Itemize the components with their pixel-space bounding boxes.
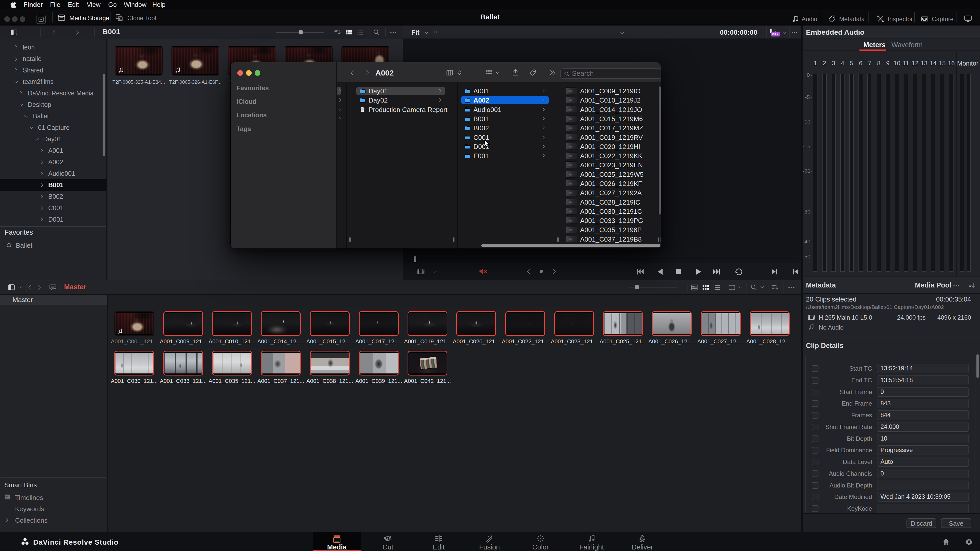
metadata-view-icon[interactable] <box>690 283 699 292</box>
traffic-minimize[interactable] <box>246 70 251 76</box>
bin-row-master[interactable]: Master <box>0 295 107 305</box>
field-value-box[interactable]: 13:52:54:18 <box>877 375 969 385</box>
save-button[interactable]: Save <box>941 518 971 528</box>
finder-search-field[interactable] <box>560 68 661 79</box>
page-tab-fusion[interactable]: Fusion <box>466 532 514 551</box>
page-tab-deliver[interactable]: Deliver <box>618 532 667 551</box>
finder-view-icon[interactable] <box>446 69 453 76</box>
smart-filter-icon[interactable] <box>49 283 57 291</box>
sidebar-item-natalie[interactable]: natalie <box>0 53 107 65</box>
pool-clip-card[interactable] <box>310 311 350 336</box>
menu-item-help[interactable]: Help <box>152 1 165 8</box>
pool-clip-card[interactable] <box>212 351 252 375</box>
clip-mode-chevron-icon[interactable] <box>431 269 437 275</box>
pool-back-icon[interactable] <box>26 284 33 291</box>
list-view-icon[interactable] <box>356 28 364 36</box>
finder-forward-icon[interactable] <box>364 69 371 76</box>
tree-expand-icon[interactable] <box>18 102 24 108</box>
tree-expand-icon[interactable] <box>34 136 40 142</box>
sidebar-item-leon[interactable]: leon <box>0 41 107 53</box>
sidebar-item-audio001[interactable]: Audio001 <box>0 168 107 179</box>
pool-clip-card[interactable] <box>359 351 399 375</box>
grid-view-icon[interactable] <box>345 28 353 36</box>
next-clip-icon[interactable] <box>770 267 779 276</box>
fit-chevron-icon[interactable] <box>424 30 429 35</box>
pool-sort-icon[interactable] <box>771 283 780 292</box>
finder-more-icon[interactable] <box>549 69 556 76</box>
tree-expand-icon[interactable] <box>39 182 45 188</box>
play-icon[interactable] <box>694 267 703 276</box>
finder-file-row[interactable]: A001_C015_1219M6 <box>566 115 658 123</box>
pool-clip-card[interactable] <box>407 311 447 336</box>
go-to-start-icon[interactable] <box>635 267 645 276</box>
field-checkbox[interactable] <box>812 459 818 465</box>
search-chevron-icon[interactable] <box>759 284 765 290</box>
sidebar-item-team2films[interactable]: team2films <box>0 76 107 87</box>
pool-clip-card[interactable] <box>261 351 301 375</box>
traffic-zoom[interactable] <box>255 70 260 76</box>
field-value-box[interactable]: 13:52:19:14 <box>877 364 969 373</box>
finder-file-row[interactable]: A001_C028_1219IC <box>566 198 658 206</box>
finder-file-row[interactable]: A001_C027_12192A <box>566 189 658 197</box>
field-value-box[interactable]: 10 <box>877 434 969 443</box>
clone-tool-button[interactable]: Clone Tool <box>127 14 156 22</box>
sidebar-item-shared[interactable]: Shared <box>0 65 107 76</box>
inspector-button[interactable]: Inspector <box>888 15 913 23</box>
finder-folder-row[interactable]: A001 <box>461 87 549 95</box>
pool-clip-card[interactable] <box>750 311 790 336</box>
sidebar-item-a001[interactable]: A001 <box>0 145 107 156</box>
field-checkbox[interactable] <box>812 482 818 489</box>
traffic-light-zoom[interactable] <box>20 16 25 22</box>
field-value-box[interactable] <box>877 481 969 490</box>
finder-file-row[interactable]: A001_C025_1219W5 <box>566 170 658 178</box>
media-pool-select[interactable]: Media Pool <box>915 281 951 289</box>
finder-column-resize-handle[interactable] <box>556 238 560 241</box>
tree-expand-icon[interactable] <box>39 205 45 211</box>
page-tab-color[interactable]: Color <box>517 532 565 551</box>
page-tab-edit[interactable]: Edit <box>415 532 463 551</box>
page-tab-media[interactable]: Media <box>313 532 361 551</box>
menu-item-window[interactable]: Window <box>124 1 146 8</box>
finder-search-input[interactable] <box>572 69 659 78</box>
sidebar-toggle-icon[interactable] <box>10 29 18 36</box>
apple-icon[interactable] <box>10 1 18 9</box>
viewer-options-icon[interactable] <box>791 29 797 36</box>
viewer-fit-select[interactable]: Fit <box>411 29 420 37</box>
forward-icon[interactable] <box>74 29 81 36</box>
search-icon[interactable] <box>372 28 380 36</box>
audio-muted-icon[interactable] <box>478 267 488 276</box>
pool-sidebar-chevron-icon[interactable] <box>17 284 22 290</box>
storage-clip-card[interactable] <box>115 46 162 76</box>
finder-file-row[interactable]: A001_C014_1219JO <box>566 106 658 114</box>
audio-button[interactable]: Audio <box>802 15 817 23</box>
pool-clip-card[interactable] <box>310 351 350 375</box>
pool-clip-card[interactable] <box>115 311 154 336</box>
finder-group-icon[interactable] <box>485 69 493 76</box>
pool-options-icon[interactable] <box>788 284 795 291</box>
traffic-light-close[interactable] <box>4 16 10 22</box>
finder-view-chevron-icon[interactable] <box>456 69 463 76</box>
finder-column-resize-handle[interactable] <box>657 238 661 241</box>
menu-item-finder[interactable]: Finder <box>24 1 43 8</box>
finder-file-row[interactable]: A001_C035_12198P <box>566 226 658 233</box>
sidebar-item-davinci-resolve-media[interactable]: DaVinci Resolve Media <box>0 87 107 99</box>
first-frame-icon[interactable] <box>791 267 800 276</box>
storage-clip-card[interactable] <box>172 46 219 76</box>
field-checkbox[interactable] <box>812 470 818 477</box>
pool-clip-card[interactable] <box>261 311 301 336</box>
finder-folder-row[interactable]: B002 <box>461 124 549 132</box>
finder-file-row[interactable]: A001_C017_1219MZ <box>566 124 658 132</box>
traffic-close[interactable] <box>237 70 243 76</box>
preview-mode-icon[interactable] <box>728 283 736 292</box>
jog-forward-icon[interactable] <box>550 268 558 275</box>
jog-dot-icon[interactable] <box>538 268 545 275</box>
sidebar-item-desktop[interactable]: Desktop <box>0 99 107 110</box>
pool-clip-card[interactable] <box>456 311 496 336</box>
pool-clip-card[interactable] <box>652 311 692 336</box>
finder-file-row[interactable]: A001_C020_1219HI <box>566 143 658 151</box>
sidebar-scrollbar[interactable] <box>103 74 105 156</box>
pool-forward-icon[interactable] <box>36 284 43 291</box>
finder-folder-row[interactable]: B001 <box>461 115 549 123</box>
field-checkbox[interactable] <box>812 505 818 512</box>
metadata-button[interactable]: Metadata <box>839 15 865 23</box>
